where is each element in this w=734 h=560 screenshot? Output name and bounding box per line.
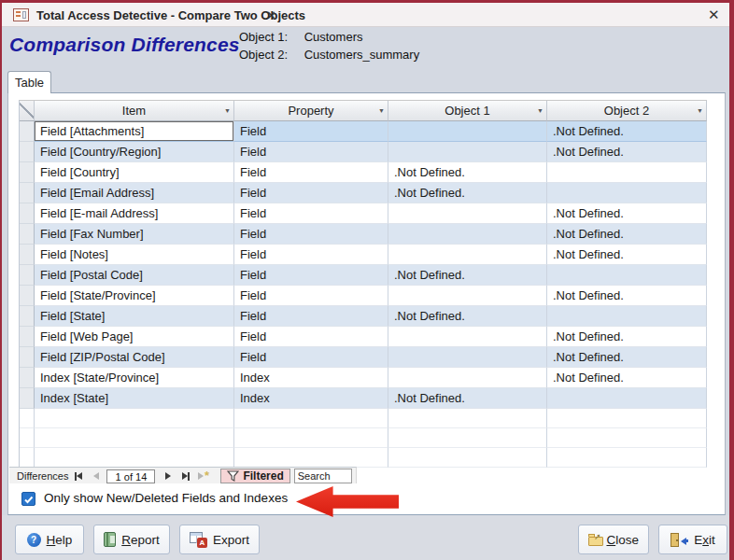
cell-item[interactable]: Field [Email Address] — [35, 183, 234, 203]
previous-record-button[interactable] — [88, 469, 104, 483]
cell-item[interactable]: Index [State] — [35, 388, 234, 409]
cell-property[interactable]: Index — [234, 368, 388, 388]
column-header-object2[interactable]: Object 2▼ — [547, 101, 707, 121]
row-selector[interactable] — [20, 327, 35, 347]
cell-object2[interactable]: .Not Defined. — [547, 142, 707, 162]
filter-dropdown-icon[interactable]: ▼ — [537, 107, 543, 115]
cell-object2[interactable]: .Not Defined. — [547, 368, 707, 388]
cell-property[interactable]: Field — [234, 203, 388, 224]
next-record-button[interactable] — [160, 469, 176, 483]
row-selector[interactable] — [20, 245, 35, 265]
filter-dropdown-icon[interactable]: ▼ — [697, 107, 703, 115]
filter-dropdown-icon[interactable]: ▼ — [224, 107, 231, 115]
table-row[interactable]: Field [State]Field.Not Defined. — [20, 306, 707, 327]
row-selector[interactable] — [20, 121, 35, 142]
column-header-item[interactable]: Item▼ — [35, 101, 234, 121]
cell-item[interactable]: Field [Web Page] — [35, 327, 234, 347]
cell-item[interactable]: Field [Country] — [35, 162, 234, 183]
cell-object2[interactable] — [547, 183, 707, 203]
cell-object1[interactable]: .Not Defined. — [388, 265, 547, 286]
exit-button[interactable]: Exit — [658, 525, 727, 554]
cell-object2[interactable] — [547, 265, 707, 286]
cell-object1[interactable] — [388, 121, 547, 142]
cell-object1[interactable] — [388, 327, 547, 347]
search-input[interactable] — [294, 469, 352, 483]
cell-object1[interactable] — [388, 245, 547, 265]
row-selector[interactable] — [20, 203, 35, 224]
cell-item[interactable]: Index [State/Province] — [35, 368, 234, 388]
cell-property[interactable]: Field — [234, 121, 388, 142]
cell-object1[interactable] — [388, 224, 547, 245]
cell-item[interactable]: Field [ZIP/Postal Code] — [35, 347, 234, 368]
cell-property[interactable]: Field — [234, 286, 388, 306]
table-row[interactable]: Field [Notes]Field.Not Defined. — [20, 245, 707, 265]
table-row[interactable]: Field [Web Page]Field.Not Defined. — [20, 327, 707, 347]
table-row[interactable]: Field [ZIP/Postal Code]Field.Not Defined… — [20, 347, 707, 368]
cell-item[interactable]: Field [Notes] — [35, 245, 234, 265]
new-record-button[interactable]: * — [195, 469, 211, 483]
cell-property[interactable]: Field — [234, 327, 388, 347]
tab-close-icon[interactable]: ✕ — [266, 9, 276, 22]
cell-object2[interactable]: .Not Defined. — [547, 245, 707, 265]
first-record-button[interactable] — [70, 469, 86, 483]
table-row[interactable]: Index [State]Index.Not Defined. — [20, 388, 707, 409]
row-selector[interactable] — [20, 162, 35, 183]
row-selector[interactable] — [20, 265, 35, 286]
cell-property[interactable]: Field — [234, 306, 388, 327]
cell-item[interactable]: Field [Country/Region] — [35, 142, 234, 162]
cell-object1[interactable] — [388, 203, 547, 224]
table-row[interactable]: Field [Fax Number]Field.Not Defined. — [20, 224, 707, 245]
column-header-object1[interactable]: Object 1▼ — [388, 101, 547, 121]
cell-item[interactable]: Field [State] — [35, 306, 234, 327]
table-row[interactable]: Field [State/Province]Field.Not Defined. — [20, 286, 707, 306]
cell-object1[interactable]: .Not Defined. — [388, 306, 547, 327]
cell-property[interactable]: Field — [234, 245, 388, 265]
cell-object2[interactable] — [547, 162, 707, 183]
cell-object1[interactable] — [388, 286, 547, 306]
export-button[interactable]: A Export — [179, 525, 260, 554]
row-selector[interactable] — [20, 306, 35, 327]
row-selector[interactable] — [20, 347, 35, 368]
cell-object2[interactable]: .Not Defined. — [547, 347, 707, 368]
cell-property[interactable]: Field — [234, 224, 388, 245]
table-row[interactable]: Field [Attachments]Field.Not Defined. — [20, 121, 707, 142]
row-selector[interactable] — [20, 388, 35, 409]
cell-object1[interactable] — [388, 142, 547, 162]
cell-object2[interactable]: .Not Defined. — [547, 286, 707, 306]
cell-object1[interactable]: .Not Defined. — [388, 183, 547, 203]
table-row[interactable]: Index [State/Province]Index.Not Defined. — [20, 368, 707, 388]
cell-item[interactable]: Field [E-mail Address] — [35, 203, 234, 224]
cell-property[interactable]: Field — [234, 347, 388, 368]
record-position-box[interactable]: 1 of 14 — [106, 469, 155, 483]
cell-object1[interactable]: .Not Defined. — [388, 388, 547, 409]
tab-table[interactable]: Table — [7, 71, 51, 93]
row-selector[interactable] — [20, 368, 35, 388]
row-selector[interactable] — [20, 286, 35, 306]
report-button[interactable]: Report — [93, 525, 170, 554]
table-row[interactable]: Field [Postal Code]Field.Not Defined. — [20, 265, 707, 286]
cell-property[interactable]: Field — [234, 265, 388, 286]
cell-item[interactable]: Field [Attachments] — [35, 121, 234, 142]
cell-object2[interactable] — [547, 388, 707, 409]
row-selector[interactable] — [20, 183, 35, 203]
cell-property[interactable]: Field — [234, 162, 388, 183]
row-selector[interactable] — [20, 224, 35, 245]
document-tab[interactable]: Total Access Detective - Compare Two Obj… — [36, 8, 305, 22]
cell-object1[interactable] — [388, 347, 547, 368]
cell-property[interactable]: Field — [234, 183, 388, 203]
table-row[interactable]: Field [E-mail Address]Field.Not Defined. — [20, 203, 707, 224]
cell-property[interactable]: Index — [234, 388, 388, 409]
cell-object1[interactable]: .Not Defined. — [388, 162, 547, 183]
row-selector[interactable] — [20, 142, 35, 162]
cell-object2[interactable]: .Not Defined. — [547, 327, 707, 347]
cell-item[interactable]: Field [State/Province] — [35, 286, 234, 306]
column-header-property[interactable]: Property▼ — [234, 101, 388, 121]
filtered-button[interactable]: Filtered — [220, 469, 289, 483]
table-row[interactable]: Field [Country/Region]Field.Not Defined. — [20, 142, 707, 162]
cell-object2[interactable]: .Not Defined. — [547, 121, 707, 142]
only-show-new-deleted-checkbox[interactable] — [21, 492, 35, 506]
cell-object2[interactable]: .Not Defined. — [547, 224, 707, 245]
last-record-button[interactable] — [177, 469, 193, 483]
filter-dropdown-icon[interactable]: ▼ — [378, 107, 385, 115]
close-button[interactable]: ➚ Close — [578, 525, 649, 554]
